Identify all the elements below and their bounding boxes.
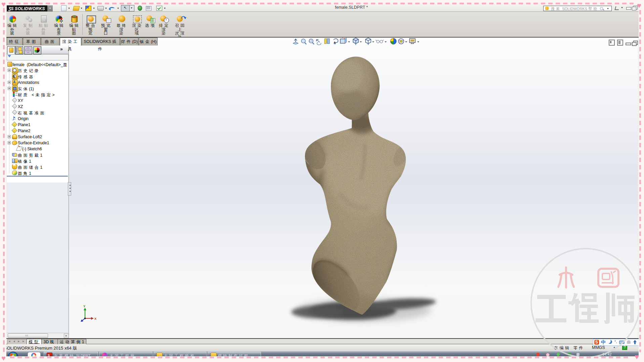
svg-text:Y: Y bbox=[83, 305, 85, 308]
svg-text:X: X bbox=[94, 317, 96, 320]
